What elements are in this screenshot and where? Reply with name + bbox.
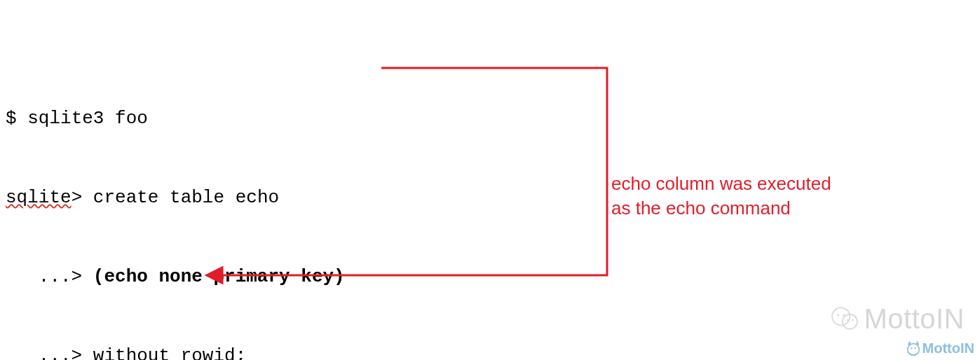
svg-point-0 [833,307,850,325]
terminal-content: $ sqlite3 foo sqlite> create table echo … [6,0,345,360]
annotation-line-2: as the echo command [611,196,831,221]
cat-icon [906,341,921,356]
watermark-sub-text: MottoIN [923,338,974,359]
svg-point-8 [914,347,916,348]
term-line-1: $ sqlite3 foo [6,106,345,132]
svg-point-7 [911,347,912,348]
svg-point-5 [852,319,855,321]
watermark-main: MottoIN [830,298,965,339]
sqlite-block: $ sqlite3 foo sqlite> create table echo … [6,53,345,360]
svg-point-2 [837,314,839,316]
svg-point-4 [847,319,849,321]
annotation-text: echo column was executed as the echo com… [611,172,831,221]
annotation-line-1: echo column was executed [611,172,831,196]
svg-point-3 [843,314,845,316]
term-line-2: sqlite> create table echo [6,185,345,212]
watermark-sub: MottoIN [906,338,974,359]
watermark-text: MottoIN [864,298,965,339]
svg-point-6 [907,343,919,355]
wechat-icon [830,304,859,333]
term-line-3: ...> (echo none primary key) [6,264,345,291]
term-line-4: ...> without rowid; [6,343,345,360]
